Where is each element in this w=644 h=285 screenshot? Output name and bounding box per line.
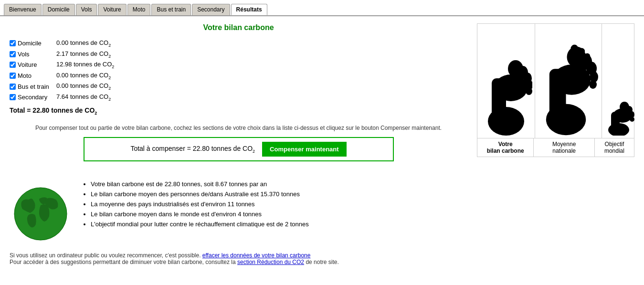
item-label-secondary: Secondary bbox=[18, 94, 47, 101]
footer-line1: Si vous utilisez un ordinateur public ou… bbox=[10, 252, 634, 259]
checkbox-voiture[interactable] bbox=[10, 62, 16, 68]
compensation-box: Total à compenser = 22.80 tonnes de CO2 … bbox=[84, 137, 394, 161]
stats-list: Votre bilan carbone est de 22.80 tonnes,… bbox=[81, 180, 309, 228]
votre-footprint bbox=[477, 24, 535, 138]
moyenne-footprint bbox=[535, 24, 602, 138]
item-label-voiture: Voiture bbox=[18, 61, 37, 68]
checkbox-domicile[interactable] bbox=[10, 40, 16, 46]
svg-point-15 bbox=[589, 80, 597, 89]
svg-point-18 bbox=[584, 53, 590, 59]
compenser-button[interactable]: Compenser maintenant bbox=[262, 142, 346, 157]
item-row-vols: Vols 2.17 tonnes de CO2 bbox=[10, 50, 467, 59]
footprint-labels: Votrebilan carbone Moyennenationale Obje… bbox=[477, 138, 634, 157]
compensation-section: Pour compenser tout ou partie de votre b… bbox=[10, 125, 467, 161]
footprint-area: Votrebilan carbone Moyennenationale Obje… bbox=[477, 23, 634, 157]
tab-voiture[interactable]: Voiture bbox=[98, 4, 126, 15]
items-table: Domicile 0.00 tonnes de CO2 Vols 2.17 to… bbox=[10, 39, 467, 115]
reduction-link[interactable]: section Réduction du CO2 bbox=[237, 259, 304, 265]
svg-point-16 bbox=[570, 45, 578, 53]
total-row: Total = 22.80 tonnes de CO2 bbox=[10, 106, 467, 116]
bullet-item: La moyenne des pays industrialisés est d… bbox=[91, 201, 309, 208]
compensation-total: Total à compenser = 22.80 tonnes de CO2 bbox=[130, 145, 255, 154]
bullet-item: L'objectif mondial pour lutter contre le… bbox=[91, 221, 309, 228]
item-label-vols: Vols bbox=[18, 51, 30, 58]
globe-icon bbox=[12, 185, 69, 243]
compensation-instruction: Pour compenser tout ou partie de votre b… bbox=[10, 125, 467, 131]
bullet-item: Votre bilan carbone est de 22.80 tonnes,… bbox=[91, 180, 309, 188]
item-value-secondary: 7.64 tonnes de CO2 bbox=[56, 93, 111, 102]
tab-moto[interactable]: Moto bbox=[127, 4, 151, 15]
footprints-row bbox=[477, 24, 634, 138]
bottom-section: Votre bilan carbone est de 22.80 tonnes,… bbox=[10, 180, 634, 243]
tab-vols[interactable]: Vols bbox=[76, 4, 97, 15]
footprint-panel: Votrebilan carbone Moyennenationale Obje… bbox=[477, 23, 634, 171]
item-value-domicile: 0.00 tonnes de CO2 bbox=[56, 39, 111, 48]
tab-bienvenue[interactable]: Bienvenue bbox=[4, 4, 42, 15]
item-value-vols: 2.17 tonnes de CO2 bbox=[56, 50, 111, 59]
tab-domicile[interactable]: Domicile bbox=[42, 4, 75, 15]
svg-point-25 bbox=[630, 117, 634, 122]
checkbox-bus-train[interactable] bbox=[10, 84, 16, 90]
objectif-footprint bbox=[602, 24, 640, 138]
votre-label: Votrebilan carbone bbox=[477, 138, 534, 157]
svg-point-24 bbox=[630, 111, 634, 118]
moyenne-label: Moyennenationale bbox=[534, 138, 594, 157]
globe-container bbox=[10, 180, 72, 243]
page-title: Votre bilan carbone bbox=[10, 23, 467, 32]
bullet-section: Votre bilan carbone est de 22.80 tonnes,… bbox=[81, 180, 309, 231]
objectif-label: Objectifmondial bbox=[595, 138, 634, 157]
footer-line2: Pour accéder à des suggestions permettan… bbox=[10, 259, 634, 265]
item-row-voiture: Voiture 12.98 tonnes de CO2 bbox=[10, 61, 467, 69]
item-label-bus-train: Bus et train bbox=[18, 83, 49, 90]
tab-resultats[interactable]: Résultats bbox=[231, 4, 267, 15]
item-value-moto: 0.00 tonnes de CO2 bbox=[56, 72, 111, 80]
checkbox-vols[interactable] bbox=[10, 51, 16, 57]
effacer-link[interactable]: effacer les données de votre bilan carbo… bbox=[202, 252, 311, 259]
checkbox-secondary[interactable] bbox=[10, 94, 16, 100]
checkbox-moto[interactable] bbox=[10, 73, 16, 79]
bullet-item: Le bilan carbone moyen dans le monde est… bbox=[91, 211, 309, 218]
svg-point-7 bbox=[526, 87, 532, 95]
item-value-bus-train: 0.00 tonnes de CO2 bbox=[56, 82, 111, 91]
total-text: Total = 22.80 tonnes de CO bbox=[10, 106, 95, 114]
nav-tabs: BienvenueDomicileVolsVoitureMotoBus et t… bbox=[0, 0, 644, 16]
tab-bus-train[interactable]: Bus et train bbox=[151, 4, 191, 15]
item-row-moto: Moto 0.00 tonnes de CO2 bbox=[10, 72, 467, 80]
item-label-domicile: Domicile bbox=[18, 40, 42, 47]
tab-secondary[interactable]: Secondary bbox=[192, 4, 230, 15]
item-label-moto: Moto bbox=[18, 72, 32, 79]
footer: Si vous utilisez un ordinateur public ou… bbox=[10, 252, 634, 265]
item-row-bus-train: Bus et train 0.00 tonnes de CO2 bbox=[10, 82, 467, 91]
item-row-domicile: Domicile 0.00 tonnes de CO2 bbox=[10, 39, 467, 48]
bullet-item: Le bilan carbone moyen des personnes de/… bbox=[91, 190, 309, 198]
item-row-secondary: Secondary 7.64 tonnes de CO2 bbox=[10, 93, 467, 102]
item-value-voiture: 12.98 tonnes de CO2 bbox=[56, 61, 114, 69]
svg-point-17 bbox=[578, 48, 585, 55]
